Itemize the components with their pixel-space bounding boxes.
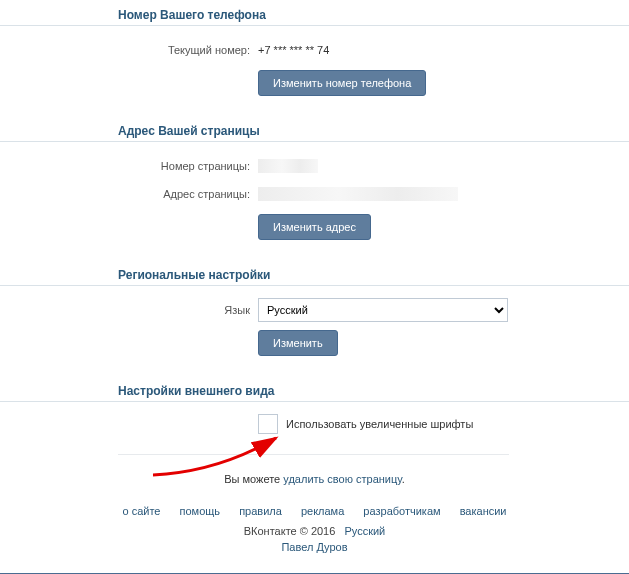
author-link[interactable]: Павел Дуров <box>281 541 347 553</box>
footer-link-help[interactable]: помощь <box>180 505 221 517</box>
page-number-value <box>258 159 629 173</box>
current-number-label: Текущий номер: <box>0 44 258 56</box>
page-address-value <box>258 187 629 201</box>
footer-link-ads[interactable]: реклама <box>301 505 344 517</box>
footer-link-rules[interactable]: правила <box>239 505 282 517</box>
language-select[interactable]: Русский <box>258 298 508 322</box>
footer-link-devs[interactable]: разработчикам <box>363 505 440 517</box>
language-label: Язык <box>0 304 258 316</box>
change-phone-button[interactable]: Изменить номер телефона <box>258 70 426 96</box>
footer-author: Павел Дуров <box>0 539 629 563</box>
current-number-value: +7 *** *** ** 74 <box>258 44 629 56</box>
footer-lang-link[interactable]: Русский <box>344 525 385 537</box>
address-header: Адрес Вашей страницы <box>0 116 629 142</box>
copy-text: ВКонтакте © 2016 <box>244 525 336 537</box>
large-fonts-checkbox[interactable] <box>258 414 278 434</box>
appearance-section: Настройки внешнего вида Использовать уве… <box>0 376 629 434</box>
footer-copy: ВКонтакте © 2016 Русский <box>0 523 629 539</box>
footer-link-about[interactable]: о сайте <box>122 505 160 517</box>
large-fonts-label: Использовать увеличенные шрифты <box>286 418 473 430</box>
delete-prefix: Вы можете <box>224 473 283 485</box>
footer-link-jobs[interactable]: вакансии <box>460 505 507 517</box>
delete-page-link[interactable]: удалить свою страницу <box>283 473 401 485</box>
phone-section: Номер Вашего телефона Текущий номер: +7 … <box>0 0 629 96</box>
appearance-header: Настройки внешнего вида <box>0 376 629 402</box>
page-address-label: Адрес страницы: <box>0 188 258 200</box>
change-language-button[interactable]: Изменить <box>258 330 338 356</box>
address-section: Адрес Вашей страницы Номер страницы: Адр… <box>0 116 629 240</box>
divider <box>118 454 509 455</box>
footer-links: о сайте помощь правила реклама разработч… <box>0 495 629 523</box>
delete-suffix: . <box>402 473 405 485</box>
regional-header: Региональные настройки <box>0 260 629 286</box>
delete-page-row: Вы можете удалить свою страницу. <box>0 469 629 495</box>
change-address-button[interactable]: Изменить адрес <box>258 214 371 240</box>
phone-header: Номер Вашего телефона <box>0 0 629 26</box>
regional-section: Региональные настройки Язык Русский Изме… <box>0 260 629 356</box>
page-number-label: Номер страницы: <box>0 160 258 172</box>
